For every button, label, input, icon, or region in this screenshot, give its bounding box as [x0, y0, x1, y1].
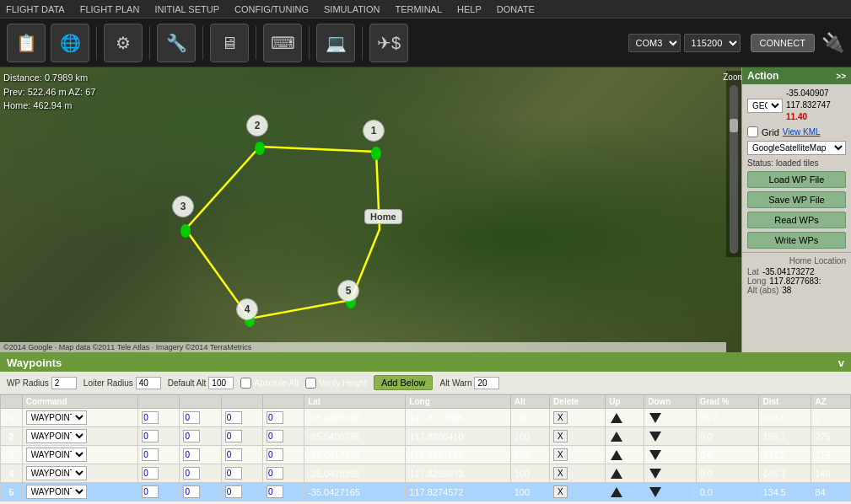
- command-select-2[interactable]: WAYPOINT: [26, 429, 87, 443]
- menu-donate[interactable]: DONATE: [494, 3, 537, 16]
- menu-config-tuning[interactable]: CONFIG/TUNING: [232, 3, 311, 16]
- menu-flight-plan[interactable]: FLIGHT PLAN: [78, 3, 143, 16]
- help-button[interactable]: 💻: [316, 24, 355, 62]
- map-type-select[interactable]: GoogleSatelliteMap: [747, 141, 846, 155]
- col-alt: Alt: [510, 395, 549, 409]
- terminal-button[interactable]: ⌨: [263, 24, 302, 62]
- v2-input-2[interactable]: [183, 430, 200, 442]
- waypoint-5-marker[interactable]: 5: [337, 280, 359, 302]
- verify-height-checkbox[interactable]: [305, 378, 316, 389]
- action-chevron[interactable]: >>: [836, 72, 846, 81]
- v2-input-3[interactable]: [183, 448, 200, 461]
- wp-alt-cell: 100: [510, 483, 549, 501]
- delete-button-4[interactable]: X: [553, 467, 568, 480]
- v2-input-1[interactable]: [183, 411, 200, 424]
- waypoint-2-bubble: 2: [246, 115, 268, 137]
- up-arrow-5[interactable]: [609, 485, 624, 499]
- toolbar-separator-1: [96, 26, 97, 60]
- waypoint-1-marker[interactable]: 1: [363, 120, 385, 142]
- wp-command-cell: WAYPOINT: [22, 464, 138, 483]
- col-num: [1, 395, 23, 409]
- zoom-track[interactable]: [730, 85, 738, 254]
- port-select[interactable]: COM3: [628, 34, 681, 52]
- v4-input-2[interactable]: [267, 430, 283, 442]
- grid-checkbox[interactable]: [747, 126, 758, 137]
- simulation-button[interactable]: 🖥: [210, 24, 249, 62]
- initial-setup-button[interactable]: ⚙: [104, 24, 143, 62]
- delete-button-3[interactable]: X: [553, 448, 568, 461]
- connection-group: COM3 115200 CONNECT 🔌: [628, 32, 844, 54]
- waypoint-3-marker[interactable]: 3: [172, 196, 194, 217]
- v4-input-1[interactable]: [267, 411, 283, 424]
- v1-input-3[interactable]: [142, 448, 159, 461]
- down-arrow-2[interactable]: [648, 430, 663, 443]
- v4-input-5[interactable]: [267, 485, 283, 498]
- add-below-button[interactable]: Add Below: [374, 375, 434, 390]
- config-button[interactable]: 🔧: [157, 24, 196, 62]
- down-arrow-5[interactable]: [648, 485, 663, 499]
- waypoint-4-marker[interactable]: 4: [236, 298, 258, 320]
- delete-button-1[interactable]: X: [553, 411, 568, 424]
- command-select-3[interactable]: WAYPOINT: [26, 448, 87, 462]
- up-arrow-1[interactable]: [609, 411, 624, 425]
- v1-input-4[interactable]: [142, 467, 159, 480]
- wp-num-cell: 2: [1, 427, 23, 446]
- wp-az-cell: 275: [811, 427, 851, 446]
- delete-button-2[interactable]: X: [553, 430, 568, 442]
- command-select-1[interactable]: WAYPOINT: [26, 410, 87, 425]
- load-wp-file-button[interactable]: Load WP File: [747, 171, 846, 188]
- menu-initial-setup[interactable]: INITIAL SETUP: [152, 3, 222, 16]
- command-select-4[interactable]: WAYPOINT: [26, 466, 87, 480]
- map-area[interactable]: Distance: 0.7989 km Prev: 522.46 m AZ: 6…: [0, 67, 741, 352]
- alt-warn-input[interactable]: [474, 377, 499, 389]
- absolute-alt-label[interactable]: Absolute Alt: [240, 378, 299, 389]
- down-arrow-1[interactable]: [648, 411, 663, 425]
- v4-input-3[interactable]: [267, 448, 283, 461]
- donate-button[interactable]: ✈$: [369, 24, 408, 62]
- wp-v1-cell: [138, 483, 180, 501]
- menu-simulation[interactable]: SIMULATION: [321, 3, 382, 16]
- v3-input-1[interactable]: [225, 411, 242, 424]
- v1-input-1[interactable]: [142, 411, 159, 424]
- v3-input-4[interactable]: [225, 467, 242, 480]
- absolute-alt-checkbox[interactable]: [240, 378, 251, 389]
- down-arrow-4[interactable]: [648, 467, 663, 480]
- baud-select[interactable]: 115200: [684, 34, 741, 52]
- command-select-5[interactable]: WAYPOINT: [26, 485, 87, 499]
- menu-flight-data[interactable]: FLIGHT DATA: [3, 3, 67, 16]
- view-kml-link[interactable]: View KML: [783, 127, 821, 137]
- coord-type-select[interactable]: GEO: [747, 99, 783, 113]
- wp-up-cell: [606, 446, 644, 464]
- connect-button[interactable]: CONNECT: [751, 34, 815, 52]
- loiter-radius-input[interactable]: [136, 377, 161, 389]
- v1-input-2[interactable]: [142, 430, 159, 442]
- flight-data-button[interactable]: 📋: [7, 24, 46, 62]
- up-arrow-3[interactable]: [609, 448, 624, 462]
- v3-input-5[interactable]: [225, 485, 242, 498]
- save-wp-file-button[interactable]: Save WP File: [747, 191, 846, 208]
- verify-height-label[interactable]: Verify Height: [305, 378, 367, 389]
- v2-input-4[interactable]: [183, 467, 200, 480]
- menu-terminal[interactable]: TERMINAL: [392, 3, 444, 16]
- read-wps-button[interactable]: Read WPs: [747, 212, 846, 228]
- up-arrow-4[interactable]: [609, 467, 624, 480]
- menu-help[interactable]: HELP: [455, 3, 484, 16]
- delete-button-5[interactable]: X: [553, 485, 568, 498]
- write-wps-button[interactable]: Write WPs: [747, 232, 846, 249]
- waypoint-2-marker[interactable]: 2: [246, 115, 268, 137]
- waypoints-chevron[interactable]: v: [838, 357, 844, 369]
- wp-radius-input[interactable]: [51, 377, 77, 389]
- v1-input-5[interactable]: [142, 485, 159, 498]
- v4-input-4[interactable]: [267, 467, 283, 480]
- zoom-handle[interactable]: [730, 119, 738, 132]
- action-body: GEO -35.040907 117.832747 11.40 Grid Vie…: [742, 84, 851, 252]
- v2-input-5[interactable]: [183, 485, 200, 498]
- v3-input-3[interactable]: [225, 448, 242, 461]
- flight-plan-button[interactable]: 🌐: [51, 24, 89, 62]
- action-title: Action: [747, 70, 778, 82]
- default-alt-input[interactable]: [208, 377, 234, 389]
- v3-input-2[interactable]: [225, 430, 242, 442]
- down-arrow-3[interactable]: [648, 448, 663, 462]
- wp-command-cell: WAYPOINT: [22, 483, 138, 501]
- up-arrow-2[interactable]: [609, 430, 624, 443]
